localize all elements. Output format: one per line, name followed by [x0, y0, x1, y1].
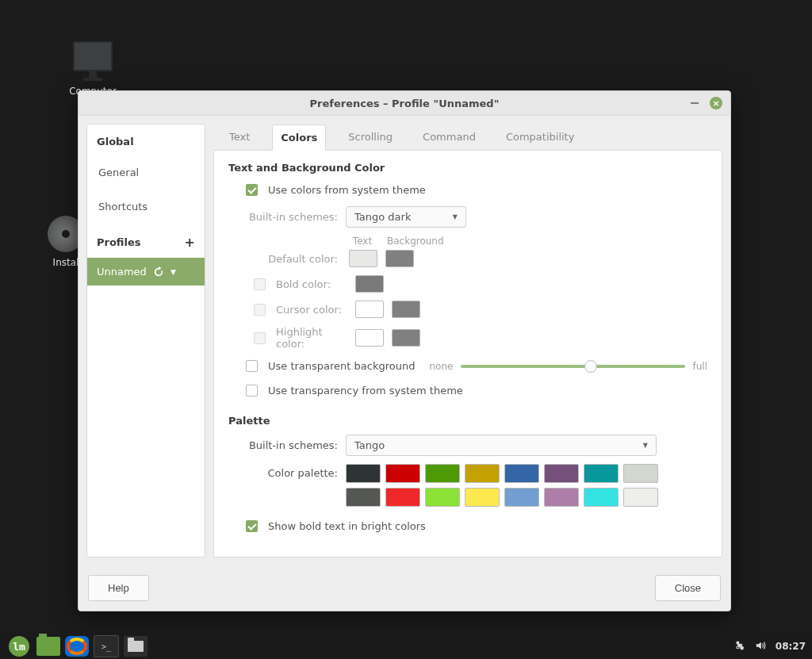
system-tray: 08:27 [734, 640, 806, 653]
palette-swatch[interactable] [623, 464, 658, 483]
window-controls: × [691, 97, 722, 109]
row-transparency-system: Use transparency from system theme [228, 382, 707, 399]
checkbox-cursor-color[interactable] [254, 304, 266, 316]
swatch-cursor-text[interactable] [355, 301, 384, 318]
sidebar-item-general[interactable]: General [87, 155, 205, 190]
combo-palette-builtin-value: Tango [354, 439, 385, 451]
row-show-bold-bright: Show bold text in bright colors [228, 518, 707, 534]
tab-panel-colors: Text and Background Color Use colors fro… [213, 150, 722, 557]
label-transparency-system: Use transparency from system theme [268, 385, 463, 397]
sidebar-item-profile-unnamed[interactable]: Unnamed ▼ [87, 258, 205, 285]
row-builtin-schemes: Built-in schemes: Tango dark ▼ [228, 206, 707, 228]
section-palette: Palette [228, 415, 707, 427]
sidebar-item-shortcuts[interactable]: Shortcuts [87, 190, 205, 224]
titlebar[interactable]: Preferences – Profile "Unnamed" × [79, 91, 730, 116]
palette-swatch[interactable] [584, 464, 619, 483]
label-background-column: Background [387, 236, 442, 247]
taskbar-app-files[interactable] [124, 636, 147, 657]
preferences-dialog: Preferences – Profile "Unnamed" × Global… [78, 90, 731, 611]
palette-swatch[interactable] [504, 488, 539, 507]
taskbar-app-terminal[interactable]: >_ [94, 635, 119, 657]
label-transparent-bg: Use transparent background [268, 360, 415, 372]
row-bold-color: Bold color: [228, 275, 707, 293]
palette-row-1 [346, 464, 658, 483]
dialog-footer: Help Close [79, 565, 730, 611]
clock[interactable]: 08:27 [776, 641, 806, 652]
palette-swatch[interactable] [465, 464, 500, 483]
network-icon[interactable] [734, 640, 745, 653]
checkbox-highlight-color[interactable] [254, 332, 266, 344]
minimize-button[interactable] [691, 102, 699, 104]
taskbar-show-desktop[interactable] [36, 637, 60, 656]
palette-swatch[interactable] [544, 488, 579, 507]
label-show-bold-bright: Show bold text in bright colors [268, 520, 426, 532]
row-palette-builtin: Built-in schemes: Tango ▼ [228, 435, 707, 456]
add-profile-button[interactable]: + [185, 235, 195, 250]
checkbox-transparency-system[interactable] [246, 385, 258, 397]
profile-name-label: Unnamed [97, 266, 147, 278]
swatch-default-text[interactable] [349, 250, 377, 267]
swatch-default-bg[interactable] [385, 250, 414, 267]
palette-swatch[interactable] [465, 488, 500, 507]
palette-swatch[interactable] [385, 488, 420, 507]
taskbar-app-firefox[interactable] [65, 636, 89, 657]
chevron-down-icon: ▼ [643, 442, 648, 449]
close-button[interactable]: Close [655, 575, 721, 601]
tab-bar: Text Colors Scrolling Command Compatibil… [213, 124, 722, 150]
label-cursor-color: Cursor color: [276, 304, 347, 316]
desktop-icon-computer[interactable]: Computer [57, 41, 128, 97]
chevron-down-icon: ▼ [453, 213, 458, 220]
window-title: Preferences – Profile "Unnamed" [310, 98, 500, 109]
row-default-color: Default color: [228, 250, 707, 267]
palette-swatch[interactable] [346, 488, 381, 507]
tab-command[interactable]: Command [415, 125, 484, 149]
help-button[interactable]: Help [88, 575, 149, 601]
palette-swatch[interactable] [385, 464, 420, 483]
tab-scrolling[interactable]: Scrolling [340, 125, 400, 149]
combo-builtin-scheme[interactable]: Tango dark ▼ [346, 206, 466, 228]
checkbox-show-bold-bright[interactable] [246, 520, 258, 532]
slider-label-full: full [693, 361, 708, 372]
dialog-body: Global General Shortcuts Profiles + Unna… [79, 116, 730, 565]
palette-swatch[interactable] [425, 464, 460, 483]
slider-thumb[interactable] [584, 360, 597, 373]
start-menu-button[interactable]: lm [6, 634, 32, 659]
swatch-highlight-bg[interactable] [392, 329, 420, 347]
desktop: Computer Instal Preferences – Profile "U… [0, 0, 812, 659]
palette-swatch[interactable] [504, 464, 539, 483]
label-color-palette: Color palette: [243, 464, 338, 479]
chevron-down-icon: ▼ [170, 268, 176, 276]
combo-builtin-scheme-value: Tango dark [354, 211, 411, 223]
folder-icon [128, 641, 144, 652]
transparency-slider[interactable] [461, 365, 684, 368]
row-use-system-colors: Use colors from system theme [228, 182, 707, 198]
monitor-icon [73, 41, 113, 71]
row-highlight-color: Highlight color: [228, 326, 707, 350]
checkbox-bold-color[interactable] [254, 278, 266, 290]
palette-row-2 [346, 488, 658, 507]
swatch-highlight-text[interactable] [355, 329, 384, 347]
taskbar: lm >_ 08:27 [0, 634, 812, 659]
tab-compatibility[interactable]: Compatibility [498, 125, 583, 149]
tab-text[interactable]: Text [221, 125, 258, 149]
sidebar-header-global: Global [87, 125, 205, 155]
volume-icon[interactable] [755, 640, 766, 653]
palette-grid [346, 464, 658, 507]
label-palette-builtin: Built-in schemes: [243, 439, 338, 451]
content: Text Colors Scrolling Command Compatibil… [213, 124, 722, 557]
close-window-button[interactable]: × [710, 97, 722, 109]
checkbox-transparent-bg[interactable] [246, 360, 258, 372]
checkbox-use-system-colors[interactable] [246, 184, 258, 196]
label-highlight-color: Highlight color: [276, 326, 347, 350]
swatch-cursor-bg[interactable] [392, 301, 420, 318]
combo-palette-builtin[interactable]: Tango ▼ [346, 435, 657, 456]
refresh-icon [153, 266, 164, 278]
tab-colors[interactable]: Colors [272, 125, 326, 151]
palette-swatch[interactable] [346, 464, 381, 483]
palette-swatch[interactable] [584, 488, 619, 507]
palette-swatch[interactable] [425, 488, 460, 507]
palette-swatch[interactable] [623, 488, 658, 507]
palette-swatch[interactable] [544, 464, 579, 483]
swatch-bold-text[interactable] [355, 275, 384, 293]
row-color-palette: Color palette: [228, 464, 707, 507]
